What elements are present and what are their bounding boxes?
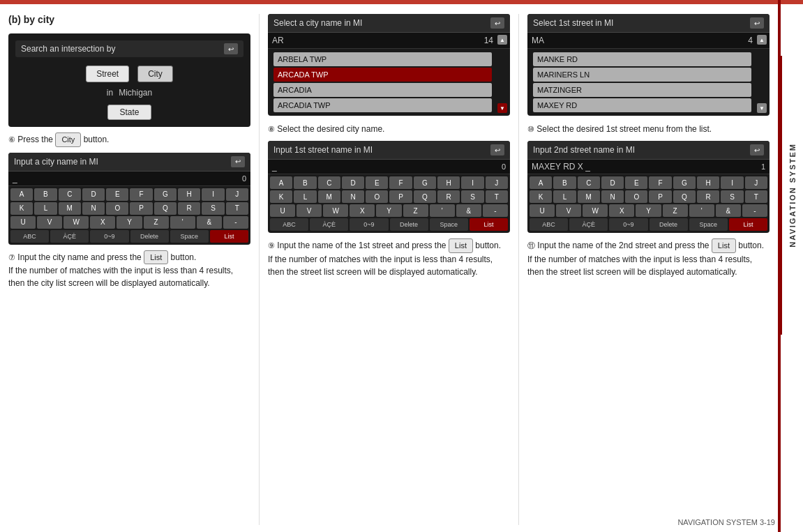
s1-key-abc[interactable]: ABC bbox=[270, 218, 308, 231]
s1-key-09[interactable]: 0~9 bbox=[350, 218, 388, 231]
s2-key-09[interactable]: 0~9 bbox=[609, 218, 647, 231]
s1-key-space[interactable]: Space bbox=[430, 218, 468, 231]
key-b[interactable]: B bbox=[34, 188, 57, 201]
key-s[interactable]: S bbox=[202, 202, 224, 215]
key-t[interactable]: T bbox=[226, 202, 248, 215]
s2-key-t[interactable]: T bbox=[745, 190, 767, 203]
s1-key-e[interactable]: E bbox=[366, 176, 388, 189]
key-o[interactable]: O bbox=[106, 202, 128, 215]
s2-key-c[interactable]: C bbox=[578, 176, 600, 189]
city-item-2[interactable]: ARCADA TWP bbox=[273, 68, 492, 82]
input-street2-back-btn[interactable]: ↩ bbox=[750, 144, 764, 155]
street1-item-3[interactable]: MATZINGER bbox=[533, 83, 751, 97]
scroll-down[interactable]: ▼ bbox=[497, 103, 507, 113]
key-w[interactable]: W bbox=[63, 216, 89, 229]
key-f[interactable]: F bbox=[130, 188, 152, 201]
key-apostrophe[interactable]: ' bbox=[170, 216, 195, 229]
s1-key-d[interactable]: D bbox=[342, 176, 364, 189]
s1-key-o[interactable]: O bbox=[366, 190, 388, 203]
key-list[interactable]: List bbox=[210, 230, 248, 243]
s1-key-y[interactable]: Y bbox=[376, 204, 401, 217]
s1-key-l[interactable]: L bbox=[294, 190, 316, 203]
street-button[interactable]: Street bbox=[86, 66, 129, 82]
s2-key-r[interactable]: R bbox=[697, 190, 719, 203]
city-item-3[interactable]: ARCADIA bbox=[273, 83, 492, 97]
s2-key-q[interactable]: Q bbox=[673, 190, 696, 203]
s2-key-a[interactable]: A bbox=[530, 176, 552, 189]
s2-key-h[interactable]: H bbox=[697, 176, 719, 189]
key-space[interactable]: Space bbox=[170, 230, 209, 243]
s1-key-accent[interactable]: ÀÇÈ bbox=[310, 218, 348, 231]
s2-key-space[interactable]: Space bbox=[689, 218, 728, 231]
s1-key-list[interactable]: List bbox=[470, 218, 508, 231]
key-ampersand[interactable]: & bbox=[197, 216, 222, 229]
s1-key-p[interactable]: P bbox=[389, 190, 412, 203]
key-d[interactable]: D bbox=[82, 188, 105, 201]
s1-key-v[interactable]: V bbox=[297, 204, 322, 217]
s1-key-apos[interactable]: ' bbox=[430, 204, 455, 217]
s2-key-f[interactable]: F bbox=[649, 176, 671, 189]
s2-key-w[interactable]: W bbox=[583, 204, 608, 217]
s1-key-dash[interactable]: - bbox=[483, 204, 508, 217]
s2-key-z[interactable]: Z bbox=[663, 204, 688, 217]
street1-select-back-btn[interactable]: ↩ bbox=[750, 17, 764, 29]
s1-key-delete[interactable]: Delete bbox=[390, 218, 428, 231]
s1-key-h[interactable]: H bbox=[437, 176, 460, 189]
s2-key-apos[interactable]: ' bbox=[689, 204, 714, 217]
s2-key-o[interactable]: O bbox=[625, 190, 647, 203]
state-button[interactable]: State bbox=[107, 105, 151, 120]
s1-key-r[interactable]: R bbox=[437, 190, 460, 203]
key-l[interactable]: L bbox=[34, 202, 57, 215]
s2-key-list[interactable]: List bbox=[729, 218, 767, 231]
street1-item-1[interactable]: MANKE RD bbox=[533, 52, 751, 66]
s1-key-m[interactable]: M bbox=[318, 190, 340, 203]
city-item-1[interactable]: ARBELA TWP bbox=[273, 52, 492, 66]
key-accent[interactable]: ÀÇÈ bbox=[50, 230, 89, 243]
city-item-4[interactable]: ARCADIA TWP bbox=[273, 98, 492, 112]
s2-key-delete[interactable]: Delete bbox=[650, 218, 688, 231]
key-j[interactable]: J bbox=[226, 188, 248, 201]
s1-key-f[interactable]: F bbox=[389, 176, 412, 189]
s2-key-m[interactable]: M bbox=[578, 190, 600, 203]
key-n[interactable]: N bbox=[82, 202, 105, 215]
s2-key-s[interactable]: S bbox=[721, 190, 743, 203]
key-r[interactable]: R bbox=[178, 202, 200, 215]
key-e[interactable]: E bbox=[106, 188, 128, 201]
key-x[interactable]: X bbox=[90, 216, 115, 229]
s2-key-amp[interactable]: & bbox=[716, 204, 741, 217]
s2-key-l[interactable]: L bbox=[553, 190, 576, 203]
s2-key-n[interactable]: N bbox=[601, 190, 624, 203]
city-select-back-btn[interactable]: ↩ bbox=[490, 17, 504, 29]
key-k[interactable]: K bbox=[10, 202, 33, 215]
s2-key-v[interactable]: V bbox=[556, 204, 581, 217]
s2-key-dash[interactable]: - bbox=[742, 204, 767, 217]
input-city-back-btn[interactable]: ↩ bbox=[231, 156, 245, 167]
key-09[interactable]: 0~9 bbox=[90, 230, 128, 243]
s1-key-amp[interactable]: & bbox=[456, 204, 481, 217]
s2-key-accent[interactable]: ÀÇÈ bbox=[569, 218, 608, 231]
street1-item-2[interactable]: MARINERS LN bbox=[533, 68, 751, 82]
s1-key-q[interactable]: Q bbox=[414, 190, 436, 203]
s1-key-n[interactable]: N bbox=[342, 190, 364, 203]
key-m[interactable]: M bbox=[59, 202, 81, 215]
s2-key-g[interactable]: G bbox=[673, 176, 696, 189]
s2-key-p[interactable]: P bbox=[649, 190, 671, 203]
s1-key-u[interactable]: U bbox=[270, 204, 295, 217]
search-back-btn[interactable]: ↩ bbox=[224, 43, 238, 54]
s1-key-i[interactable]: I bbox=[461, 176, 483, 189]
s1-key-g[interactable]: G bbox=[414, 176, 436, 189]
s2-key-b[interactable]: B bbox=[553, 176, 576, 189]
s1-key-z[interactable]: Z bbox=[403, 204, 428, 217]
input-street1-back-btn[interactable]: ↩ bbox=[490, 144, 504, 155]
key-q[interactable]: Q bbox=[154, 202, 177, 215]
s2-key-y[interactable]: Y bbox=[636, 204, 661, 217]
key-v[interactable]: V bbox=[37, 216, 62, 229]
street1-item-4[interactable]: MAXEY RD bbox=[533, 98, 751, 112]
s1-key-c[interactable]: C bbox=[318, 176, 340, 189]
key-u[interactable]: U bbox=[10, 216, 36, 229]
scroll-up[interactable]: ▲ bbox=[497, 35, 507, 45]
s1-key-w[interactable]: W bbox=[323, 204, 348, 217]
city-button[interactable]: City bbox=[137, 66, 173, 82]
s1-key-x[interactable]: X bbox=[350, 204, 375, 217]
key-a[interactable]: A bbox=[10, 188, 33, 201]
